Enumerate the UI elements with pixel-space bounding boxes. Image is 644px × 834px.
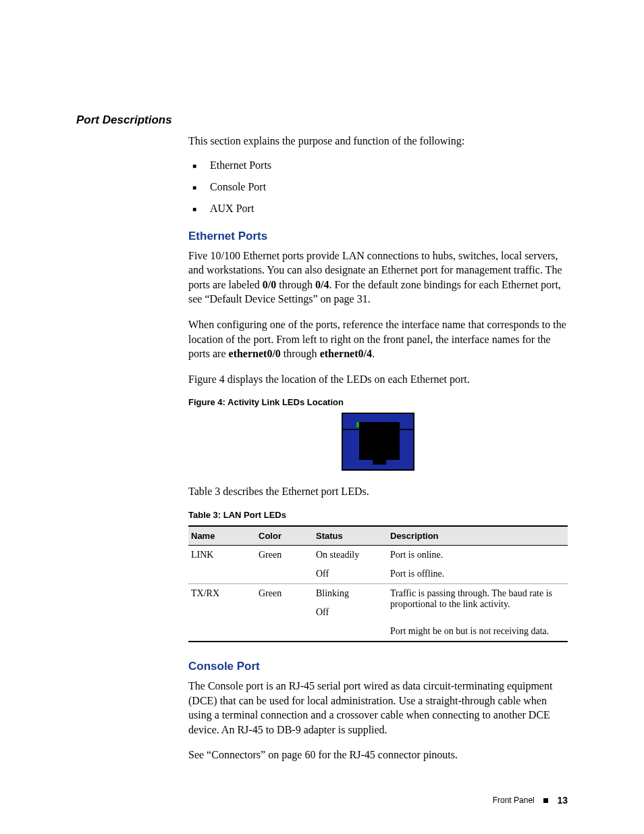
- cell-desc: Port is online.: [387, 545, 568, 565]
- cell-status: Off: [313, 603, 387, 622]
- th-color: Color: [256, 526, 313, 546]
- table-row: TX/RX Green Blinking Traffic is passing …: [188, 583, 568, 603]
- page-number: 13: [557, 795, 568, 806]
- table-caption: Table 3: LAN Port LEDs: [188, 510, 568, 520]
- cell-color: Green: [256, 545, 313, 565]
- text: through: [276, 279, 315, 290]
- text: .: [372, 348, 375, 359]
- console-p2: See “Connectors” on page 60 for the RJ-4…: [188, 748, 568, 762]
- cell-color: [256, 622, 313, 642]
- cell-status: On steadily: [313, 545, 387, 565]
- list-item: Console Port: [188, 181, 568, 193]
- ethernet-heading: Ethernet Ports: [188, 230, 568, 243]
- cell-name: TX/RX: [188, 583, 256, 603]
- cell-status: Blinking: [313, 583, 387, 603]
- cell-desc: Port is offline.: [387, 565, 568, 584]
- text: through: [281, 348, 320, 359]
- list-item: AUX Port: [188, 203, 568, 215]
- ethernet-p4: Table 3 describes the Ethernet port LEDs…: [188, 484, 568, 499]
- cell-desc: Traffic is passing through. The baud rat…: [387, 583, 568, 622]
- list-item: Ethernet Ports: [188, 159, 568, 172]
- ethernet-port-diagram: [342, 413, 414, 471]
- table-row: Port might be on but is not receiving da…: [188, 622, 568, 642]
- th-description: Description: [387, 526, 568, 546]
- text-bold: 0/4: [315, 279, 329, 290]
- cell-name: LINK: [188, 545, 256, 565]
- text-bold: ethernet0/0: [229, 348, 281, 359]
- ethernet-p3: Figure 4 displays the location of the LE…: [188, 372, 568, 387]
- cell-name: [188, 603, 256, 622]
- led-table: Name Color Status Description LINK Green…: [188, 525, 568, 642]
- th-name: Name: [188, 526, 256, 546]
- figure-4: [188, 413, 568, 471]
- text-bold: 0/0: [263, 279, 276, 290]
- footer-text: Front Panel: [493, 796, 535, 805]
- console-heading: Console Port: [188, 660, 568, 673]
- table-row: Off Port is offline.: [188, 565, 568, 584]
- cell-name: [188, 565, 256, 584]
- cell-name: [188, 622, 256, 642]
- cell-desc: Port might be on but is not receiving da…: [387, 622, 568, 642]
- console-p1: The Console port is an RJ-45 serial port…: [188, 679, 568, 737]
- th-status: Status: [313, 526, 387, 546]
- cell-color: [256, 565, 313, 584]
- page-footer: Front Panel 13: [493, 795, 568, 806]
- text-bold: ethernet0/4: [320, 348, 372, 359]
- bullet-list: Ethernet Ports Console Port AUX Port: [188, 159, 568, 215]
- table-header-row: Name Color Status Description: [188, 526, 568, 546]
- rj45-port-icon: [359, 422, 400, 460]
- cell-status: [313, 622, 387, 642]
- figure-caption: Figure 4: Activity Link LEDs Location: [188, 397, 568, 407]
- section-title: Port Descriptions: [76, 113, 568, 127]
- bullet-icon: [543, 798, 548, 803]
- cell-color: [256, 603, 313, 622]
- table-row: LINK Green On steadily Port is online.: [188, 545, 568, 565]
- ethernet-p2: When configuring one of the ports, refer…: [188, 317, 568, 361]
- cell-status: Off: [313, 565, 387, 584]
- intro-text: This section explains the purpose and fu…: [188, 134, 568, 149]
- ethernet-p1: Five 10/100 Ethernet ports provide LAN c…: [188, 249, 568, 307]
- cell-color: Green: [256, 583, 313, 603]
